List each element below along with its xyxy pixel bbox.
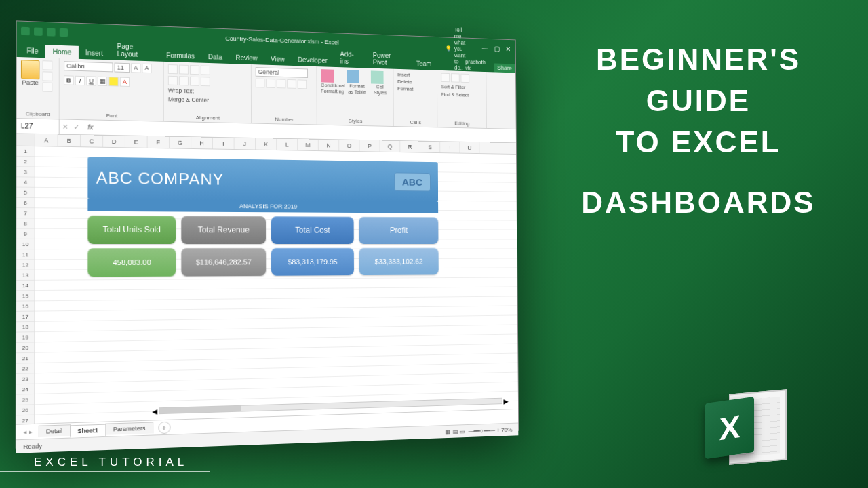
fill-color-icon[interactable] [108, 77, 118, 86]
sheet-nav-prev-icon[interactable]: ◂ ▸ [23, 428, 38, 435]
row-header[interactable]: 9 [16, 229, 35, 239]
name-box[interactable]: L27 [16, 119, 59, 134]
row-header[interactable]: 27 [16, 415, 35, 424]
row-header[interactable]: 21 [16, 353, 35, 364]
align-middle-icon[interactable] [179, 65, 189, 75]
tab-home[interactable]: Home [45, 45, 79, 59]
dashboard-shape[interactable]: ABC COMPANY ABC ANALYSIS FOR 2019 Total … [87, 157, 439, 313]
align-right-icon[interactable] [190, 77, 199, 86]
col-header[interactable]: R [400, 141, 420, 152]
decrease-decimal-icon[interactable] [298, 79, 307, 89]
col-header[interactable]: S [420, 142, 440, 153]
tab-page-layout[interactable]: Page Layout [110, 39, 159, 61]
tab-developer[interactable]: Developer [291, 54, 334, 67]
row-header[interactable]: 25 [16, 394, 35, 405]
border-icon[interactable]: ▦ [98, 77, 107, 86]
row-header[interactable]: 5 [16, 188, 35, 198]
view-break-icon[interactable]: ▭ [460, 428, 465, 434]
tab-review[interactable]: Review [229, 51, 264, 64]
row-header[interactable]: 17 [16, 312, 35, 323]
col-header[interactable]: E [125, 136, 148, 147]
paste-button[interactable]: Paste [21, 60, 40, 86]
view-normal-icon[interactable]: ▦ [446, 428, 451, 435]
tab-data[interactable]: Data [201, 50, 229, 64]
new-sheet-button[interactable]: + [158, 421, 170, 434]
percent-icon[interactable] [266, 79, 275, 88]
col-header[interactable]: D [103, 136, 125, 148]
scroll-left-icon[interactable]: ◂ [152, 405, 157, 418]
row-header[interactable]: 18 [16, 322, 35, 333]
col-header[interactable]: O [339, 140, 359, 151]
share-button[interactable]: Share [494, 63, 515, 73]
worksheet-grid[interactable]: A B C D E F G H I J K L M N O P Q R S T [16, 134, 518, 424]
tab-addins[interactable]: Add-ins [334, 47, 366, 68]
row-header[interactable]: 11 [16, 249, 35, 260]
sort-filter-button[interactable]: Sort & Filter [441, 84, 465, 90]
col-header[interactable]: C [81, 135, 103, 147]
col-header[interactable]: U [460, 142, 479, 153]
font-name-select[interactable]: Calibri [64, 61, 113, 72]
row-header[interactable]: 7 [16, 208, 35, 218]
cut-icon[interactable] [43, 60, 53, 70]
col-header[interactable]: B [58, 135, 81, 147]
tab-team[interactable]: Team [410, 58, 438, 70]
row-header[interactable]: 1 [16, 146, 35, 157]
col-header[interactable]: T [440, 142, 460, 152]
increase-decimal-icon[interactable] [287, 79, 296, 89]
col-header[interactable]: F [148, 136, 170, 148]
font-size-select[interactable]: 11 [115, 63, 130, 73]
delete-cells-button[interactable]: Delete [397, 79, 412, 85]
tab-insert[interactable]: Insert [79, 46, 110, 60]
row-header[interactable]: 23 [16, 373, 35, 384]
sheet-tab-parameters[interactable]: Parameters [105, 422, 153, 434]
row-header[interactable]: 26 [16, 405, 35, 415]
col-header[interactable]: Q [380, 140, 400, 152]
italic-button[interactable]: I [75, 76, 85, 85]
insert-cells-button[interactable]: Insert [397, 72, 410, 78]
copy-icon[interactable] [43, 71, 53, 81]
row-header[interactable]: 10 [16, 239, 35, 249]
autosum-icon[interactable] [441, 73, 450, 83]
number-format-select[interactable]: General [256, 67, 308, 78]
row-header[interactable]: 20 [16, 342, 35, 353]
row-header[interactable]: 2 [16, 157, 35, 167]
increase-font-icon[interactable]: A [131, 63, 140, 73]
sheet-tab-detail[interactable]: Detail [38, 424, 70, 437]
row-header[interactable]: 6 [16, 198, 35, 208]
decrease-font-icon[interactable]: A [142, 64, 151, 73]
row-header[interactable]: 14 [16, 281, 35, 291]
tab-powerpivot[interactable]: Power Pivot [366, 49, 410, 70]
currency-icon[interactable] [256, 79, 265, 88]
col-header[interactable]: A [35, 134, 58, 146]
minimize-icon[interactable]: — [482, 44, 488, 52]
row-header[interactable]: 15 [16, 291, 35, 302]
format-painter-icon[interactable] [43, 82, 53, 92]
clear-icon[interactable] [460, 74, 469, 83]
row-header[interactable]: 8 [16, 218, 35, 228]
wrap-text-button[interactable]: Wrap Text [168, 87, 194, 95]
col-header[interactable]: G [170, 137, 191, 148]
col-header[interactable]: L [277, 139, 298, 150]
view-layout-icon[interactable]: ▤ [452, 428, 458, 435]
zoom-level[interactable]: 70% [501, 426, 512, 433]
format-cells-button[interactable]: Format [397, 85, 413, 92]
select-all-corner[interactable] [16, 134, 35, 146]
merge-center-button[interactable]: Merge & Center [168, 96, 209, 103]
row-header[interactable]: 24 [16, 384, 35, 395]
align-top-icon[interactable] [168, 64, 178, 74]
row-header[interactable]: 3 [16, 167, 35, 178]
tab-view[interactable]: View [264, 52, 291, 66]
row-header[interactable]: 4 [16, 177, 35, 188]
row-header[interactable]: 16 [16, 301, 35, 312]
col-header[interactable]: J [235, 138, 256, 149]
enter-formula-icon[interactable]: ✓ [71, 123, 82, 131]
col-header[interactable]: H [191, 137, 213, 148]
maximize-icon[interactable]: ▢ [494, 45, 500, 52]
fill-icon[interactable] [451, 73, 460, 82]
col-header[interactable]: P [359, 140, 380, 152]
quick-access-toolbar[interactable] [17, 26, 68, 37]
comma-icon[interactable] [277, 79, 286, 88]
close-icon[interactable]: ✕ [506, 45, 511, 52]
sheet-tab-sheet1[interactable]: Sheet1 [70, 424, 106, 437]
row-header[interactable]: 12 [16, 260, 35, 270]
